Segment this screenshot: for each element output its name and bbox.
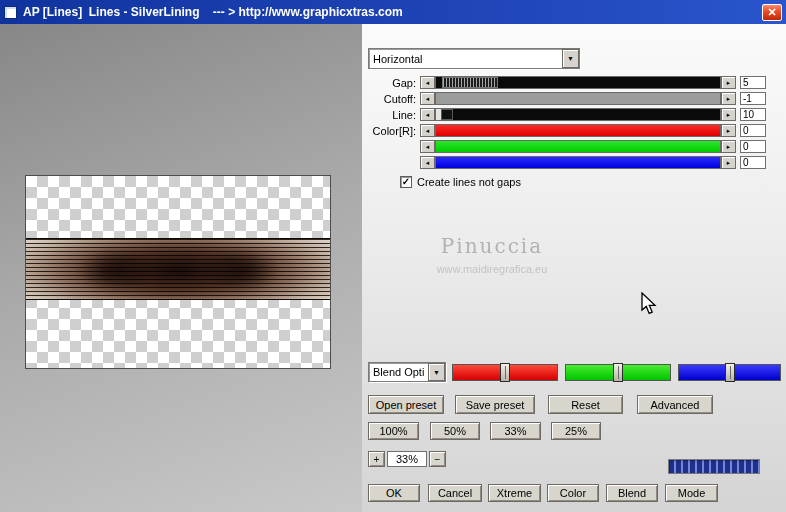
xtreme-button[interactable]: Xtreme: [488, 484, 541, 502]
preview-image: [25, 175, 331, 369]
cancel-button[interactable]: Cancel: [428, 484, 482, 502]
arrow-right-icon[interactable]: ►: [721, 108, 736, 121]
chevron-down-icon[interactable]: ▼: [562, 49, 579, 68]
arrow-right-icon[interactable]: ►: [721, 124, 736, 137]
arrow-right-icon[interactable]: ►: [721, 156, 736, 169]
arrow-right-icon[interactable]: ►: [721, 76, 736, 89]
open-preset-button[interactable]: Open preset: [368, 395, 444, 414]
preview-lines-band: [26, 238, 330, 300]
blend-button[interactable]: Blend: [606, 484, 658, 502]
color-b-slider[interactable]: ◄ ►: [420, 156, 736, 169]
plugin-window: AP [Lines] Lines - SilverLining --- > ht…: [0, 0, 786, 512]
watermark-subtitle: www.maidiregrafica.eu: [390, 263, 594, 275]
color-g-slider[interactable]: ◄ ►: [420, 140, 736, 153]
color-b-slider-track[interactable]: [435, 156, 721, 169]
color-g-slider-track[interactable]: [435, 140, 721, 153]
watermark: Pinuccia www.maidiregrafica.eu: [390, 234, 594, 275]
mode-button[interactable]: Mode: [665, 484, 718, 502]
color-b-value-input[interactable]: 0: [740, 156, 766, 169]
red-slider-thumb[interactable]: [500, 363, 510, 382]
watermark-title: Pinuccia: [390, 234, 594, 258]
line-label: Line:: [364, 109, 420, 121]
slider-row-color-b: ◄ ► 0: [364, 156, 766, 169]
blue-slider-thumb[interactable]: [725, 363, 735, 382]
create-lines-checkbox-row: ✓ Create lines not gaps: [400, 176, 521, 188]
arrow-right-icon[interactable]: ►: [721, 92, 736, 105]
arrow-left-icon[interactable]: ◄: [420, 156, 435, 169]
gap-label: Gap:: [364, 77, 420, 89]
create-lines-checkbox[interactable]: ✓: [400, 176, 412, 188]
blend-options-combobox[interactable]: Blend Opti ▼: [368, 362, 446, 382]
mode-combobox[interactable]: Horizontal ▼: [368, 48, 580, 69]
zoom-33-button[interactable]: 33%: [490, 422, 541, 440]
slider-row-cutoff: Cutoff: ◄ ► -1: [364, 92, 766, 105]
slider-row-line: Line: ◄ ► 10: [364, 108, 766, 121]
zoom-in-button[interactable]: +: [368, 451, 385, 467]
slider-row-color-r: Color[R]: ◄ ► 0: [364, 124, 766, 137]
line-slider[interactable]: ◄ ►: [420, 108, 736, 121]
color-r-slider[interactable]: ◄ ►: [420, 124, 736, 137]
arrow-left-icon[interactable]: ◄: [420, 76, 435, 89]
arrow-left-icon[interactable]: ◄: [420, 140, 435, 153]
zoom-25-button[interactable]: 25%: [551, 422, 601, 440]
mode-combobox-value: Horizontal: [369, 53, 562, 65]
create-lines-checkbox-label: Create lines not gaps: [417, 176, 521, 188]
zoom-100-button[interactable]: 100%: [368, 422, 419, 440]
arrow-right-icon[interactable]: ►: [721, 140, 736, 153]
chevron-down-icon[interactable]: ▼: [428, 363, 445, 381]
gap-value-input[interactable]: 5: [740, 76, 766, 89]
advanced-button[interactable]: Advanced: [637, 395, 713, 414]
color-r-label: Color[R]:: [364, 125, 420, 137]
slider-row-color-g: ◄ ► 0: [364, 140, 766, 153]
zoom-50-button[interactable]: 50%: [430, 422, 480, 440]
cutoff-slider[interactable]: ◄ ►: [420, 92, 736, 105]
blue-channel-slider[interactable]: [678, 364, 781, 381]
zoom-value: 33%: [387, 451, 427, 467]
ok-button[interactable]: OK: [368, 484, 420, 502]
titlebar: AP [Lines] Lines - SilverLining --- > ht…: [0, 0, 786, 24]
close-button[interactable]: ✕: [762, 4, 782, 21]
cutoff-label: Cutoff:: [364, 93, 420, 105]
arrow-left-icon[interactable]: ◄: [420, 124, 435, 137]
gap-slider-track[interactable]: [435, 76, 721, 89]
zoom-out-button[interactable]: −: [429, 451, 446, 467]
color-r-slider-track[interactable]: [435, 124, 721, 137]
color-r-value-input[interactable]: 0: [740, 124, 766, 137]
cutoff-slider-track[interactable]: [435, 92, 721, 105]
reset-button[interactable]: Reset: [548, 395, 623, 414]
gap-slider-thumb[interactable]: [442, 77, 498, 88]
line-slider-track[interactable]: [435, 108, 721, 121]
arrow-left-icon[interactable]: ◄: [420, 108, 435, 121]
preview-stage: [0, 24, 362, 512]
green-channel-slider[interactable]: [565, 364, 671, 381]
window-title: AP [Lines] Lines - SilverLining --- > ht…: [23, 5, 762, 19]
cutoff-value-input[interactable]: -1: [740, 92, 766, 105]
save-preset-button[interactable]: Save preset: [455, 395, 535, 414]
line-slider-thumb[interactable]: [441, 109, 453, 120]
parameter-rows: Gap: ◄ ► 5 Cutoff: ◄ ► -1: [364, 76, 766, 169]
color-button[interactable]: Color: [547, 484, 599, 502]
progress-meter: [668, 459, 760, 474]
red-channel-slider[interactable]: [452, 364, 558, 381]
control-panel: Horizontal ▼ Gap: ◄ ► 5 Cutoff: ◄: [362, 24, 786, 512]
color-g-value-input[interactable]: 0: [740, 140, 766, 153]
arrow-left-icon[interactable]: ◄: [420, 92, 435, 105]
slider-row-gap: Gap: ◄ ► 5: [364, 76, 766, 89]
green-slider-thumb[interactable]: [613, 363, 623, 382]
preview-line-stripes: [26, 239, 330, 299]
line-value-input[interactable]: 10: [740, 108, 766, 121]
app-icon: [4, 6, 17, 19]
blend-options-value: Blend Opti: [369, 366, 428, 378]
gap-slider[interactable]: ◄ ►: [420, 76, 736, 89]
